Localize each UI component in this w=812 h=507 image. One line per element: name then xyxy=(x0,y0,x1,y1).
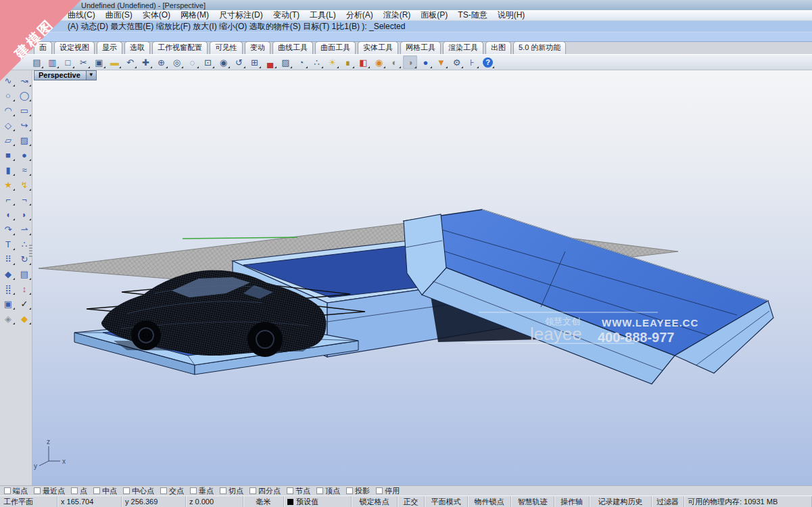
osnap-point[interactable]: 点 xyxy=(71,486,87,496)
blend-curve-icon[interactable]: ↪ xyxy=(17,118,32,132)
menu-render[interactable]: 渲染(R) xyxy=(383,9,411,21)
link-icon[interactable]: ⊦ xyxy=(465,55,479,69)
array-grid-icon[interactable]: ⣿ xyxy=(1,281,16,296)
map-icon[interactable]: ▨ xyxy=(279,55,293,69)
array-icon[interactable]: ⠿ xyxy=(1,251,16,266)
menu-panels[interactable]: 面板(P) xyxy=(421,9,448,21)
match-curve-icon[interactable]: ⇀ xyxy=(17,222,32,237)
undo-view-icon[interactable]: ↺ xyxy=(232,55,246,69)
four-viewports-icon[interactable]: ⊞ xyxy=(247,55,262,69)
scene-3d[interactable]: 领慧文创 WWW.LEAYEE.CC leayee 400-888-977 z … xyxy=(32,70,812,485)
layers-icon[interactable]: ◧ xyxy=(356,55,371,69)
osnap-point-checkbox[interactable] xyxy=(71,487,78,494)
osnap-mid-checkbox[interactable] xyxy=(93,487,100,494)
tab-viewport-layout[interactable]: 工作视窗配置 xyxy=(152,41,208,54)
solid-edit-icon[interactable]: ◆ xyxy=(1,266,16,281)
cut-icon[interactable]: ✂ xyxy=(76,55,91,69)
check-icon[interactable]: ✓ xyxy=(17,296,32,311)
distribute-icon[interactable]: ↕ xyxy=(17,281,32,296)
ortho-toggle[interactable]: 正交 xyxy=(398,496,425,507)
osnap-disable[interactable]: 停用 xyxy=(376,486,400,496)
osnap-tangent-checkbox[interactable] xyxy=(220,487,226,494)
chamfer-icon[interactable]: ¬ xyxy=(17,192,32,207)
cylinder-icon[interactable]: ▮ xyxy=(1,162,16,177)
osnap-quadrant[interactable]: 四分点 xyxy=(249,486,281,496)
menu-help[interactable]: 说明(H) xyxy=(498,9,525,21)
record-history-toggle[interactable]: 记录建构历史 xyxy=(590,496,652,507)
boolean-intersection-icon[interactable]: ◗ xyxy=(17,207,32,222)
smarttrack-toggle[interactable]: 智慧轨迹 xyxy=(511,496,554,507)
print-icon[interactable]: ▥ xyxy=(45,55,59,69)
tab-visibility[interactable]: 可见性 xyxy=(210,41,243,54)
menu-tsplines[interactable]: TS-随意 xyxy=(458,9,487,21)
extrude-icon[interactable]: ▤ xyxy=(17,266,32,281)
ghosted-view-icon[interactable]: ◑ xyxy=(403,55,417,69)
zoom-icon[interactable]: ◎ xyxy=(170,55,184,69)
osnap-center-checkbox[interactable] xyxy=(123,487,130,494)
cplane-button[interactable]: 工作平面 xyxy=(0,496,57,507)
boolean-difference-icon[interactable]: ◖ xyxy=(1,207,16,222)
menu-mesh[interactable]: 网格(M) xyxy=(181,9,209,21)
osnap-project-checkbox[interactable] xyxy=(346,487,353,494)
ellipse-icon[interactable]: ◯ xyxy=(17,88,32,103)
car-icon[interactable]: ▄ xyxy=(263,55,277,69)
tab-drafting[interactable]: 出图 xyxy=(485,41,511,54)
tab-solid-tools[interactable]: 实体工具 xyxy=(358,41,398,54)
tab-display[interactable]: 显示 xyxy=(97,41,122,54)
menu-tools[interactable]: 工具(L) xyxy=(310,9,336,21)
surface-points-icon[interactable]: ▱ xyxy=(1,132,16,147)
copy-icon[interactable]: ▣ xyxy=(92,55,106,69)
move-view-icon[interactable]: ⊕ xyxy=(154,55,168,69)
options-icon[interactable]: ⚙ xyxy=(450,55,464,69)
osnap-vertex-checkbox[interactable] xyxy=(316,487,323,494)
osnap-center[interactable]: 中心点 xyxy=(123,486,154,496)
gumball-toggle[interactable]: 操作轴 xyxy=(554,496,590,507)
boolean-union-icon[interactable]: ★ xyxy=(1,177,16,192)
units-button[interactable]: 毫米 xyxy=(243,496,284,507)
tab-transform[interactable]: 变动 xyxy=(245,41,270,54)
command-input[interactable] xyxy=(0,32,812,41)
copy-stack-icon[interactable]: ▣ xyxy=(1,296,16,311)
polygon-icon[interactable]: ◇ xyxy=(1,118,16,132)
osnap-perpendicular-checkbox[interactable] xyxy=(190,487,197,494)
rendered-view-icon[interactable]: ● xyxy=(419,55,433,69)
blend-surface-icon[interactable]: ↷ xyxy=(1,222,16,237)
menu-solid[interactable]: 实体(O) xyxy=(143,9,170,21)
osnap-vertex[interactable]: 顶点 xyxy=(316,486,340,496)
point-nodes-icon[interactable]: ∴ xyxy=(310,55,324,69)
circle-icon[interactable]: ○ xyxy=(1,88,16,103)
osnap-knot[interactable]: 节点 xyxy=(287,486,310,496)
arc-center-icon[interactable]: ◔ xyxy=(294,55,308,69)
zoom-dynamic-icon[interactable]: ◌ xyxy=(185,55,199,69)
osnap-knot-checkbox[interactable] xyxy=(287,487,293,494)
color-wheel-icon[interactable]: ◉ xyxy=(372,55,386,69)
menu-surface[interactable]: 曲面(S) xyxy=(105,9,133,21)
arc-icon[interactable]: ◠ xyxy=(1,103,16,118)
menu-analyze[interactable]: 分析(A) xyxy=(346,9,373,21)
osnap-near[interactable]: 最近点 xyxy=(34,486,65,496)
patch-icon[interactable]: ▨ xyxy=(17,132,32,147)
new-file-icon[interactable]: □ xyxy=(61,55,75,69)
tab-curve-tools[interactable]: 曲线工具 xyxy=(272,41,313,54)
tab-set-view[interactable]: 设定视图 xyxy=(54,41,95,54)
menu-curve[interactable]: 曲线(C) xyxy=(68,9,95,21)
box-icon[interactable]: ■ xyxy=(1,147,16,162)
box-lid[interactable] xyxy=(404,210,773,384)
shaded-view-icon[interactable]: ◐ xyxy=(387,55,402,69)
osnap-tangent[interactable]: 切点 xyxy=(220,486,243,496)
osnap-end-checkbox[interactable] xyxy=(4,487,11,494)
perspective-viewport[interactable]: Perspective ▼ xyxy=(32,70,812,485)
zoom-window-icon[interactable]: ⊡ xyxy=(201,55,215,69)
tab-render-tools[interactable]: 渲染工具 xyxy=(443,41,483,54)
tab-select[interactable]: 选取 xyxy=(124,41,150,54)
tab-mesh-tools[interactable]: 网格工具 xyxy=(400,41,441,54)
help-icon[interactable]: ? xyxy=(481,55,495,69)
pan-icon[interactable]: ✚ xyxy=(139,55,153,69)
osnap-near-checkbox[interactable] xyxy=(34,487,41,494)
menu-dimension[interactable]: 尺寸标注(D) xyxy=(219,9,263,21)
selection-filter-icon[interactable]: ▼ xyxy=(434,55,448,69)
sphere-icon[interactable]: ● xyxy=(17,147,32,162)
tab-surface-tools[interactable]: 曲面工具 xyxy=(315,41,356,54)
osnap-perpendicular[interactable]: 垂点 xyxy=(190,486,214,496)
explode-icon[interactable]: ↯ xyxy=(17,177,32,192)
